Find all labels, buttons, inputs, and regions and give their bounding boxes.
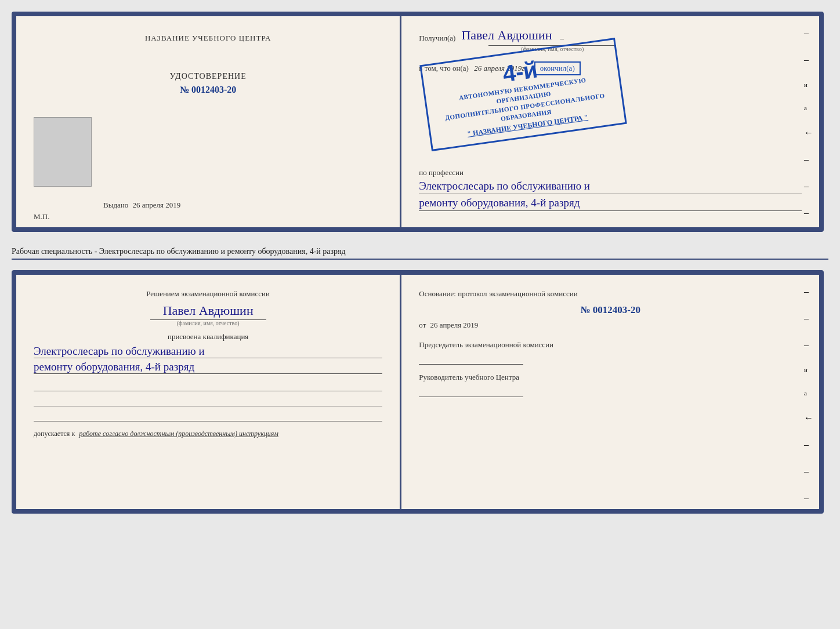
vydano-date: 26 апреля 2019	[133, 201, 181, 209]
doc-right-top: Получил(а) Павел Авдюшин – (фамилия, имя…	[401, 16, 819, 227]
specialty-text: Рабочая специальность - Электрослесарь п…	[12, 242, 828, 260]
osnovanie-label: Основание: протокол экзаменационной коми…	[419, 289, 802, 299]
doc-bottom-left: Решением экзаменационной комиссии Павел …	[16, 275, 401, 509]
resheniem-title: Решением экзаменационной комиссии	[34, 289, 382, 299]
document-top: НАЗВАНИЕ УЧЕБНОГО ЦЕНТРА УДОСТОВЕРЕНИЕ №…	[12, 12, 824, 232]
doc-left: НАЗВАНИЕ УЧЕБНОГО ЦЕНТРА УДОСТОВЕРЕНИЕ №…	[16, 16, 401, 227]
sig-line-1	[34, 380, 382, 391]
rukovoditel-sig-line	[419, 386, 523, 397]
protocol-num: № 0012403-20	[419, 304, 802, 316]
vydano-line: Выдано 26 апреля 2019	[103, 201, 180, 210]
mp-label: М.П.	[34, 212, 49, 221]
right-dashes-top: – – и а ← – – – –	[804, 28, 813, 232]
dopuskaetsya-block: допускается к работе согласно должностны…	[34, 430, 382, 438]
dopuskaetsya-val: работе согласно должностным (производств…	[79, 430, 278, 438]
ot-date-block: от 26 апреля 2019	[419, 321, 802, 330]
fio-subtitle-bottom: (фамилия, имя, отчество)	[150, 319, 266, 326]
po-professii-block: по профессии Электрослесарь по обслужива…	[419, 168, 802, 211]
sig-line-3	[34, 410, 382, 421]
profession-line1: Электрослесарь по обслуживанию и	[419, 180, 802, 194]
person-name-bottom: Павел Авдюшин	[34, 303, 382, 318]
chairman-title: Председатель экзаменационной комиссии	[419, 340, 802, 350]
qual-line1: Электрослесарь по обслуживанию и	[34, 345, 382, 358]
ot-date: 26 апреля 2019	[430, 321, 479, 329]
dopuskaetsya-label: допускается к	[34, 430, 75, 438]
udostoverenie-number: № 0012403-20	[170, 85, 247, 95]
right-dashes-bottom: – – – и а ← – – – –	[804, 286, 813, 514]
person-name-top: Павел Авдюшин	[461, 28, 552, 43]
page-wrapper: НАЗВАНИЕ УЧЕБНОГО ЦЕНТРА УДОСТОВЕРЕНИЕ №…	[12, 12, 828, 514]
chairman-sig-line	[419, 353, 523, 365]
signature-lines	[34, 380, 382, 421]
ot-label: от	[419, 321, 426, 329]
vydano-label: Выдано	[103, 201, 128, 209]
sig-line-2	[34, 395, 382, 406]
stamp-overlay: 4-й АВТОНОМНУЮ НЕКОММЕРЧЕСКУЮ ОРГАНИЗАЦИ…	[420, 38, 628, 151]
doc-bottom-right: Основание: протокол экзаменационной коми…	[401, 275, 819, 509]
center-title-top: НАЗВАНИЕ УЧЕБНОГО ЦЕНТРА	[145, 34, 271, 43]
photo-placeholder	[34, 117, 92, 187]
udostoverenie-label: УДОСТОВЕРЕНИЕ	[170, 72, 247, 81]
profession-line2: ремонту оборудования, 4-й разряд	[419, 197, 802, 211]
document-bottom: Решением экзаменационной комиссии Павел …	[12, 270, 824, 514]
qual-line2: ремонту оборудования, 4-й разряд	[34, 361, 382, 374]
po-professii-label: по профессии	[419, 168, 802, 177]
prisvoena-label: присвоена квалификация	[34, 332, 382, 341]
rukovoditel-label: Руководитель учебного Центра	[419, 373, 802, 382]
poluchil-label: Получил(а)	[419, 34, 455, 43]
udostoverenie-block: УДОСТОВЕРЕНИЕ № 0012403-20	[170, 72, 247, 95]
